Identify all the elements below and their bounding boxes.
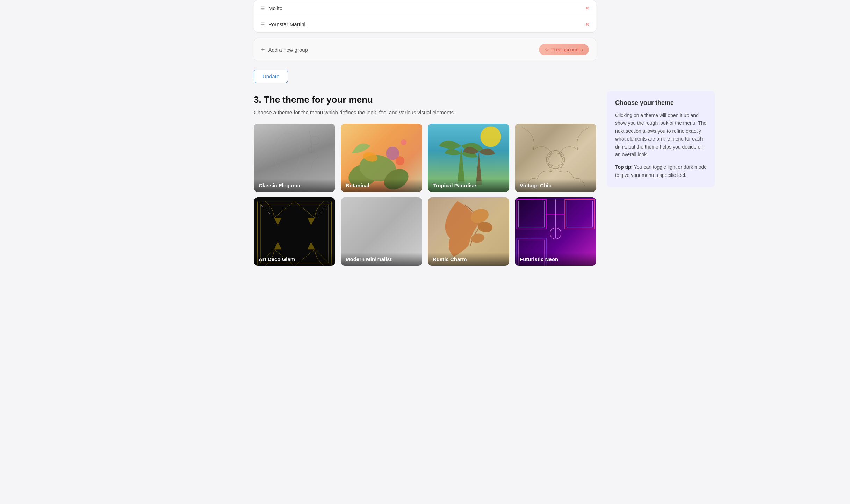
theme-card-art-deco-glam[interactable]: Art Deco Glam bbox=[254, 197, 335, 266]
svg-rect-32 bbox=[519, 201, 545, 227]
svg-point-14 bbox=[480, 126, 501, 147]
svg-rect-33 bbox=[565, 199, 595, 229]
svg-point-17 bbox=[549, 153, 562, 166]
svg-marker-25 bbox=[308, 218, 315, 225]
chevron-right-icon: › bbox=[582, 47, 583, 52]
theme-card-futuristic-neon[interactable]: Futuristic Neon bbox=[515, 197, 596, 266]
plus-icon: + bbox=[261, 46, 265, 53]
drink-item: ☰ Pornstar Martini ✕ bbox=[254, 16, 596, 32]
svg-line-3 bbox=[272, 146, 276, 153]
svg-point-11 bbox=[396, 156, 404, 165]
svg-point-6 bbox=[308, 147, 314, 153]
theme-card-tropical-paradise[interactable]: Tropical Paradise bbox=[428, 124, 509, 192]
svg-point-28 bbox=[469, 207, 491, 225]
theme-grid-row2: Art Deco Glam Modern Minimalist bbox=[254, 197, 596, 266]
svg-point-29 bbox=[477, 221, 494, 233]
theme-grid: Classic Elegance Bot bbox=[254, 124, 596, 192]
drink-item: ☰ Mojito ✕ bbox=[254, 0, 596, 16]
section-subtext: Choose a theme for the menu which define… bbox=[254, 109, 596, 115]
svg-point-0 bbox=[274, 133, 300, 173]
update-button[interactable]: Update bbox=[254, 70, 288, 83]
drink-list: ☰ Mojito ✕ ☰ Pornstar Martini ✕ bbox=[254, 0, 596, 33]
drink-name: Pornstar Martini bbox=[268, 21, 305, 27]
theme-label: Rustic Charm bbox=[428, 253, 509, 266]
theme-label: Futuristic Neon bbox=[515, 253, 596, 266]
tip-label: Top tip: bbox=[615, 164, 633, 170]
theme-label: Botanical bbox=[341, 179, 422, 192]
star-icon: ☆ bbox=[545, 47, 549, 52]
theme-label: Classic Elegance bbox=[254, 179, 335, 192]
svg-line-20 bbox=[258, 201, 274, 218]
drag-icon[interactable]: ☰ bbox=[260, 6, 265, 11]
svg-point-12 bbox=[362, 151, 379, 164]
add-group-row: + Add a new group ☆ Free account › bbox=[254, 38, 596, 61]
drink-left: ☰ Mojito bbox=[260, 5, 282, 11]
svg-point-5 bbox=[310, 136, 319, 145]
svg-point-16 bbox=[546, 150, 565, 169]
theme-label: Tropical Paradise bbox=[428, 179, 509, 192]
tooltip-body: Clicking on a theme will open it up and … bbox=[615, 111, 707, 158]
svg-point-30 bbox=[470, 233, 485, 244]
svg-line-21 bbox=[315, 201, 332, 218]
svg-point-13 bbox=[401, 139, 407, 145]
svg-point-39 bbox=[550, 228, 561, 239]
theme-card-classic-elegance[interactable]: Classic Elegance bbox=[254, 124, 335, 192]
svg-marker-24 bbox=[274, 218, 281, 225]
theme-card-rustic-charm[interactable]: Rustic Charm bbox=[428, 197, 509, 266]
free-account-button[interactable]: ☆ Free account › bbox=[539, 44, 589, 55]
theme-card-botanical[interactable]: Botanical bbox=[341, 124, 422, 192]
svg-marker-27 bbox=[308, 242, 315, 249]
theme-label: Modern Minimalist bbox=[341, 253, 422, 266]
drink-name: Mojito bbox=[268, 5, 282, 11]
svg-rect-34 bbox=[567, 201, 592, 227]
add-group-label: Add a new group bbox=[268, 47, 308, 53]
svg-point-10 bbox=[386, 147, 399, 160]
theme-label: Art Deco Glam bbox=[254, 253, 335, 266]
theme-card-vintage-chic[interactable]: Vintage Chic bbox=[515, 124, 596, 192]
theme-card-modern-minimalist[interactable]: Modern Minimalist bbox=[341, 197, 422, 266]
theme-label: Vintage Chic bbox=[515, 179, 596, 192]
svg-rect-31 bbox=[517, 199, 546, 229]
svg-line-4 bbox=[298, 146, 302, 153]
tooltip-tip: Top tip: You can toggle light or dark mo… bbox=[615, 163, 707, 179]
drag-icon[interactable]: ☰ bbox=[260, 22, 265, 27]
tooltip-title: Choose your theme bbox=[615, 99, 707, 107]
add-group-left: + Add a new group bbox=[261, 46, 308, 53]
free-account-label: Free account bbox=[551, 47, 580, 52]
drink-left: ☰ Pornstar Martini bbox=[260, 21, 305, 27]
tooltip-panel: Choose your theme Clicking on a theme wi… bbox=[607, 91, 715, 187]
remove-drink-button[interactable]: ✕ bbox=[585, 6, 590, 11]
section-heading: 3. The theme for your menu bbox=[254, 94, 596, 105]
remove-drink-button[interactable]: ✕ bbox=[585, 22, 590, 27]
svg-marker-26 bbox=[274, 242, 281, 249]
